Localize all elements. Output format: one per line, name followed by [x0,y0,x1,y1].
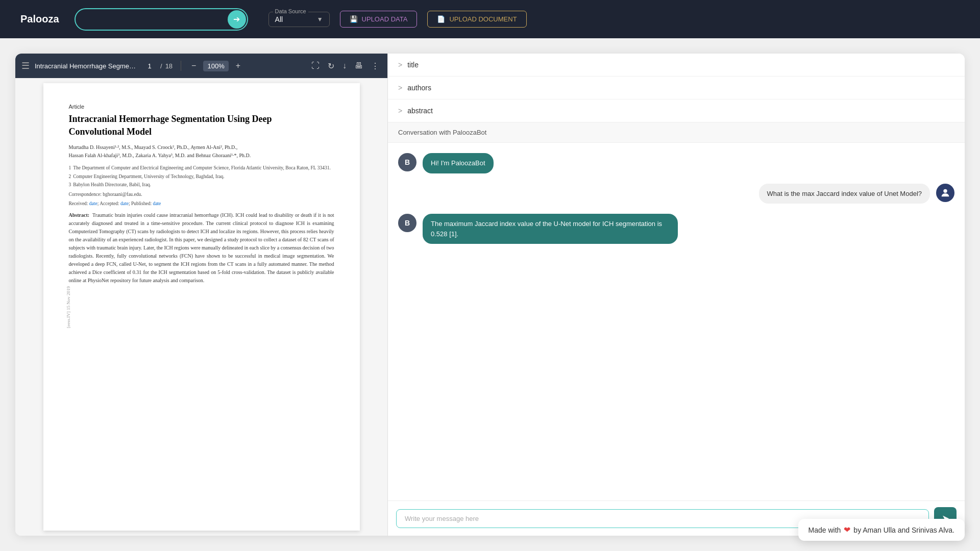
main-inner: ☰ Intracranial Hemorrhage Segment... 1 /… [15,54,965,536]
pdf-side-label: [eess.IV] 15 Nov 2019 [65,286,70,328]
heart-icon: ❤ [844,525,850,535]
search-input[interactable] [75,8,248,31]
pdf-toolbar-icons: ⛶ ↻ ↓ 🖶 ⋮ [309,59,381,73]
svg-point-0 [943,189,947,192]
bot-bubble-1: Hi! I'm PaloozaBot [423,153,494,173]
pdf-toolbar: ☰ Intracranial Hemorrhage Segment... 1 /… [15,54,387,78]
metadata-abstract-item[interactable]: > abstract [388,99,965,122]
bot-avatar-2: B [398,214,416,232]
arrow-right-icon: ➔ [233,14,240,24]
chevron-right-icon: > [398,61,402,69]
metadata-abstract-label: abstract [407,107,433,115]
upload-icon: 💾 [350,15,358,23]
pdf-title: Intracranial Hemorrhage Segment... [35,62,137,70]
affil-item-3: 3 Babylon Health Directorate, Babil, Ira… [69,181,334,189]
metadata-title-label: title [407,61,419,69]
metadata-title-item[interactable]: > title [388,54,965,77]
abstract-text: Traumatic brain injuries could cause int… [69,212,334,283]
history-icon[interactable]: ↻ [326,59,336,73]
pdf-total-pages: 18 [165,62,173,70]
footer-badge: Made with ❤ by Aman Ulla and Srinivas Al… [798,519,965,541]
pdf-page: [eess.IV] 15 Nov 2019 Article Intracrani… [43,83,360,531]
document-icon: 📄 [437,15,445,23]
chat-row-bot-1: B Hi! I'm PaloozaBot [398,153,954,173]
logo: Palooza [20,13,59,25]
zoom-out-icon[interactable]: − [189,59,198,72]
expand-icon[interactable]: ⛶ [309,59,322,72]
metadata-authors-label: authors [407,84,431,92]
pdf-divider [181,61,181,71]
print-icon[interactable]: 🖶 [353,59,365,72]
chat-messages: B Hi! I'm PaloozaBot What is the max Jac… [388,143,965,500]
metadata-section: > title > authors > abstract [388,54,965,122]
pdf-article-label: Article [69,104,334,110]
main-area: ☰ Intracranial Hemorrhage Segment... 1 /… [0,38,980,551]
datasource-value: All [275,15,283,23]
pdf-correspondence: Correspondence: bghoraani@fau.edu. [69,192,334,197]
made-with-text: Made with [808,526,841,534]
pdf-page-input[interactable]: 1 [142,62,157,70]
pdf-content[interactable]: [eess.IV] 15 Nov 2019 Article Intracrani… [15,78,387,536]
download-icon[interactable]: ↓ [340,59,349,72]
upload-data-button[interactable]: 💾 UPLOAD DATA [340,11,418,28]
pdf-affiliations: 1 The Department of Computer and Electri… [69,164,334,188]
menu-icon[interactable]: ☰ [21,60,30,71]
user-bubble-1: What is the max Jaccard index value of U… [759,184,930,204]
more-options-icon[interactable]: ⋮ [369,59,381,73]
affil-item-2: 2 Computer Engineering Department, Unive… [69,172,334,181]
bot-avatar-1: B [398,153,416,171]
zoom-in-icon[interactable]: + [234,59,242,72]
header: Palooza ➔ Data Source All ▼ 💾 UPLOAD DAT… [0,0,980,38]
abstract-label: Abstract: [69,212,90,218]
pdf-authors: Murtadha D. Hssayeni¹·², M.S., Muayad S.… [69,143,334,160]
conversation-header: Conversation with PaloozaBot [388,122,965,143]
bot-bubble-2: The maximum Jaccard index value of the U… [423,214,678,244]
chat-row-bot-2: B The maximum Jaccard index value of the… [398,214,954,244]
metadata-authors-item[interactable]: > authors [388,77,965,99]
pdf-page-info: 1 / 18 [142,62,173,70]
search-button[interactable]: ➔ [228,10,246,29]
pdf-received: Received: date; Accepted: date; Publishe… [69,201,334,206]
pdf-abstract: Abstract: Traumatic brain injuries could… [69,211,334,285]
author-text: by Aman Ulla and Srinivas Alva. [853,526,954,534]
right-panel: > title > authors > abstract Conversatio… [388,54,965,536]
pdf-paper-title: Intracranial Hemorrhage Segmentation Usi… [69,113,334,138]
chat-row-user-1: What is the max Jaccard index value of U… [398,184,954,204]
search-container: ➔ [75,8,248,31]
conversation-section: Conversation with PaloozaBot B Hi! I'm P… [388,122,965,536]
pdf-zoom: 100% [203,61,228,71]
chevron-right-icon: > [398,107,402,115]
chevron-right-icon: > [398,84,402,92]
chevron-down-icon: ▼ [317,16,323,23]
pdf-panel: ☰ Intracranial Hemorrhage Segment... 1 /… [15,54,388,536]
user-avatar-1 [936,184,954,202]
pdf-page-separator: / [160,62,162,70]
datasource-dropdown[interactable]: Data Source All ▼ [268,12,330,27]
datasource-label: Data Source [273,8,308,14]
upload-document-button[interactable]: 📄 UPLOAD DOCUMENT [427,11,526,28]
affil-item-1: 1 The Department of Computer and Electri… [69,164,334,172]
